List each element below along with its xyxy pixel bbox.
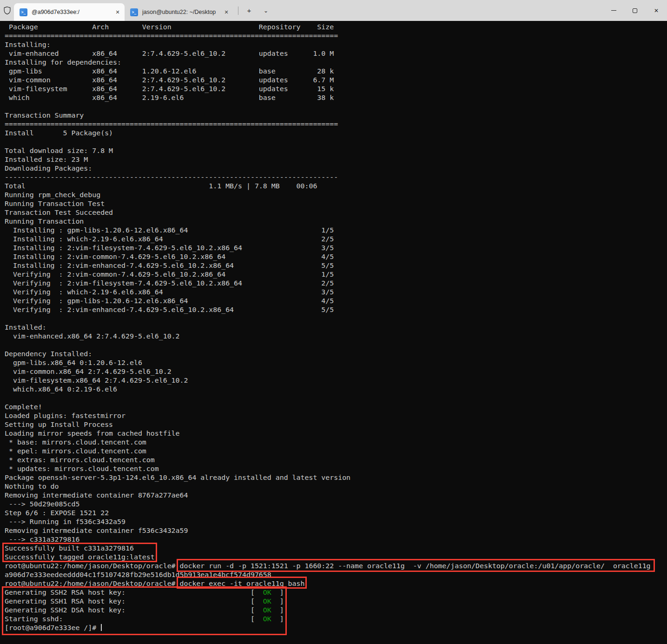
terminal-line: Transaction Test Succeeded — [5, 208, 667, 217]
tab-active-container[interactable]: >_ @a906d7e333ee:/ ✕ — [14, 3, 125, 21]
terminal-line: vim-enhanced x86_64 2:7.4.629-5.el6_10.2… — [5, 49, 667, 58]
terminal-line: vim-filesystem.x86_64 2:7.4.629-5.el6_10… — [5, 376, 667, 385]
terminal-line: vim-common.x86_64 2:7.4.629-5.el6_10.2 — [5, 367, 667, 376]
terminal-line: gpm-libs.x86_64 0:1.20.6-12.el6 — [5, 359, 667, 367]
annotation-box-ssh-output — [2, 586, 287, 635]
terminal-line: Verifying : 2:vim-enhanced-7.4.629-5.el6… — [5, 305, 667, 314]
terminal-line: Installing : gpm-libs-1.20.6-12.el6.x86_… — [5, 226, 667, 235]
terminal-line: Loaded plugins: fastestmirror — [5, 412, 667, 420]
new-tab-button[interactable]: + — [242, 4, 256, 18]
terminal-line: Setting up Install Process — [5, 420, 667, 429]
terminal-line: Total 1.1 MB/s | 7.8 MB 00:06 — [5, 182, 667, 191]
terminal-line — [5, 341, 667, 350]
terminal-line: * epel: mirrors.cloud.tencent.com — [5, 447, 667, 456]
terminal-line: ---> 50d29e085cd5 — [5, 500, 667, 509]
annotation-box-docker-run — [177, 559, 655, 572]
terminal-line — [5, 102, 667, 111]
terminal-line: Step 6/6 : EXPOSE 1521 22 — [5, 509, 667, 518]
terminal-line: * extras: mirrors.cloud.tencent.com — [5, 456, 667, 465]
tab-close-icon[interactable]: ✕ — [222, 9, 231, 15]
terminal-tab-icon: >_ — [20, 8, 27, 16]
terminal-line: which.x86_64 0:2.19-6.el6 — [5, 385, 667, 394]
terminal-line: Running rpm_check_debug — [5, 191, 667, 199]
terminal-line: Running Transaction Test — [5, 199, 667, 208]
terminal-line: Package openssh-server-5.3p1-124.el6_10.… — [5, 473, 667, 482]
terminal-line: Verifying : which-2.19-6.el6.x86_64 3/5 — [5, 288, 667, 297]
titlebar-drag-area — [273, 0, 603, 21]
terminal-tab-icon: >_ — [130, 8, 138, 16]
tab-inactive-container[interactable]: >_ jason@ubuntu22: ~/Desktop ✕ — [125, 3, 233, 21]
terminal-line: Installed: — [5, 323, 667, 332]
terminal-line: Running Transaction — [5, 217, 667, 226]
terminal-line: ========================================… — [5, 32, 667, 40]
terminal-line: Loading mirror speeds from cached hostfi… — [5, 429, 667, 438]
tab-title: jason@ubuntu22: ~/Desktop — [142, 9, 218, 15]
terminal-line: vim-enhanced.x86_64 2:7.4.629-5.el6_10.2 — [5, 332, 667, 341]
terminal-line: Verifying : 2:vim-common-7.4.629-5.el6_1… — [5, 270, 667, 279]
terminal-line: ----------------------------------------… — [5, 173, 667, 182]
minimize-button[interactable] — [603, 0, 624, 21]
close-window-button[interactable]: ✕ — [646, 0, 667, 21]
tab-title: @a906d7e333ee:/ — [32, 9, 109, 15]
terminal-line: Installed size: 23 M — [5, 155, 667, 164]
terminal-line: Installing : which-2.19-6.el6.x86_64 2/5 — [5, 235, 667, 244]
terminal-line: Installing : 2:vim-enhanced-7.4.629-5.el… — [5, 261, 667, 270]
terminal-line: which x86_64 2.19-6.el6 base 38 k — [5, 93, 667, 102]
terminal-line: Total download size: 7.8 M — [5, 146, 667, 155]
minimize-icon — [611, 10, 616, 11]
terminal-line: Installing for dependencies: — [5, 58, 667, 67]
terminal-line: Removing intermediate container f536c343… — [5, 526, 667, 535]
terminal-line: vim-filesystem x86_64 2:7.4.629-5.el6_10… — [5, 85, 667, 93]
terminal-line: Package Arch Version Repository Size — [5, 23, 667, 32]
terminal-line: Installing: — [5, 40, 667, 49]
tab-divider — [238, 7, 238, 15]
terminal-line: vim-common x86_64 2:7.4.629-5.el6_10.2 u… — [5, 76, 667, 85]
terminal-line — [5, 138, 667, 146]
terminal-line: Downloading Packages: — [5, 164, 667, 173]
terminal-line: ========================================… — [5, 120, 667, 129]
terminal-line: Verifying : gpm-libs-1.20.6-12.el6.x86_6… — [5, 297, 667, 305]
terminal-line: Removing intermediate container 8767a277… — [5, 491, 667, 500]
terminal-line: ---> Running in f536c3432a59 — [5, 518, 667, 526]
terminal-line: * updates: mirrors.cloud.tencent.com — [5, 465, 667, 473]
terminal-line: gpm-libs x86_64 1.20.6-12.el6 base 28 k — [5, 67, 667, 76]
terminal-line: Complete! — [5, 403, 667, 412]
terminal-line: Dependency Installed: — [5, 350, 667, 359]
tab-dropdown-button[interactable]: ⌄ — [259, 4, 273, 18]
terminal-line: Installing : 2:vim-filesystem-7.4.629-5.… — [5, 244, 667, 252]
terminal-line — [5, 314, 667, 323]
tab-close-icon[interactable]: ✕ — [113, 9, 122, 15]
terminal-line — [5, 394, 667, 403]
maximize-icon — [633, 8, 637, 13]
security-shield-icon — [0, 0, 14, 21]
terminal-line: Transaction Summary — [5, 111, 667, 120]
terminal-line: Install 5 Package(s) — [5, 129, 667, 138]
terminal-line: * base: mirrors.cloud.tencent.com — [5, 438, 667, 447]
terminal-window: >_ @a906d7e333ee:/ ✕ >_ jason@ubuntu22: … — [0, 0, 667, 644]
terminal-line: Installing : 2:vim-common-7.4.629-5.el6_… — [5, 252, 667, 261]
annotation-box-built — [2, 543, 157, 562]
terminal-line: Nothing to do — [5, 482, 667, 491]
maximize-button[interactable] — [624, 0, 646, 21]
terminal-line: Verifying : 2:vim-filesystem-7.4.629-5.e… — [5, 279, 667, 288]
titlebar: >_ @a906d7e333ee:/ ✕ >_ jason@ubuntu22: … — [0, 0, 667, 21]
